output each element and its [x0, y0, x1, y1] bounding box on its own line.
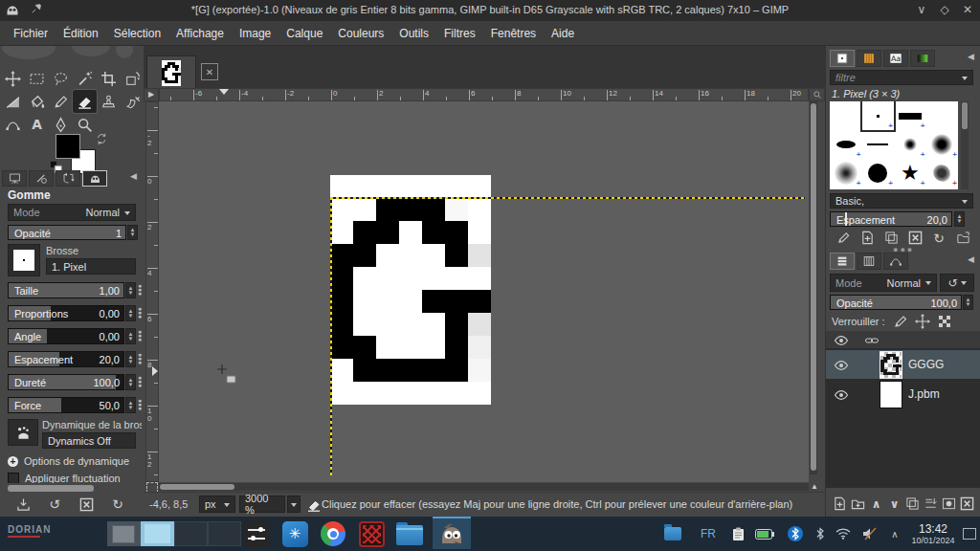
panel-collapse-icon[interactable]: ◀ [968, 52, 974, 61]
menu-affichage[interactable]: Affichage [168, 23, 232, 44]
canvas[interactable] [330, 175, 491, 405]
duplicate-layer-button[interactable] [904, 496, 921, 512]
tray-files-window[interactable] [660, 517, 685, 551]
slider-extra-icon[interactable]: ●●● [138, 376, 143, 388]
tool-slider-durete[interactable]: Dureté100,0 [8, 374, 124, 390]
merge-down-button[interactable] [923, 496, 939, 512]
tool-opacity-spinner[interactable]: ▲▼ [127, 225, 138, 240]
zoom-follow-icon[interactable] [809, 88, 825, 101]
slider-spinner[interactable]: ▲▼ [125, 328, 136, 344]
menu-image[interactable]: Image [232, 23, 278, 44]
slider-extra-icon[interactable]: ●●● [138, 353, 143, 365]
launcher-media[interactable] [354, 518, 389, 549]
tool-ink[interactable] [49, 113, 73, 136]
brush-group-select[interactable]: Basic, [830, 193, 973, 209]
layer-name[interactable]: GGGG [908, 358, 944, 371]
delete-layer-button[interactable] [959, 496, 975, 512]
brush-item-splat[interactable]: + [926, 159, 959, 187]
ruler-corner-menu[interactable]: ▶ [144, 88, 159, 101]
tool-move[interactable] [1, 67, 25, 90]
dock-tab-device-status[interactable] [29, 170, 54, 187]
layers-tab-paths[interactable] [883, 253, 908, 270]
launcher-files[interactable] [392, 518, 427, 549]
slider-spinner[interactable]: ▲▼ [125, 351, 136, 367]
navigation-icon[interactable]: ▲ [811, 482, 818, 491]
layer-thumbnail[interactable] [880, 351, 902, 379]
lower-layer-button[interactable]: ∨ [886, 496, 902, 512]
slider-spinner[interactable]: ▲▼ [125, 374, 136, 390]
tool-paths[interactable] [1, 113, 25, 136]
foreground-color-swatch[interactable] [56, 134, 80, 159]
save-preset-button[interactable] [11, 496, 34, 513]
dock-tab-tool-options[interactable] [2, 170, 27, 187]
launcher-gimp[interactable] [433, 517, 471, 549]
layer-thumbnail[interactable] [880, 381, 902, 408]
dynamics-select[interactable]: Dynamics Off [42, 432, 136, 449]
dynamics-options-expander[interactable]: +Options de dynamique [8, 455, 129, 467]
menu-selection[interactable]: Sélection [106, 23, 168, 44]
tool-slider-angle[interactable]: Angle0,00 [8, 328, 124, 344]
brush-item-soft-large[interactable]: + [926, 130, 959, 159]
menu-fichier[interactable]: Fichier [6, 23, 56, 44]
brush-item-line[interactable] [862, 130, 895, 159]
layer-row-jpbm[interactable]: J.pbm [826, 380, 980, 408]
tool-fuzzy-select[interactable] [73, 67, 97, 90]
image-tab[interactable] [146, 55, 196, 90]
tool-crop[interactable] [97, 67, 121, 90]
tool-zoom[interactable] [73, 113, 97, 136]
lock-alpha-icon[interactable] [937, 314, 951, 328]
tab-close-icon[interactable]: ✕ [201, 63, 218, 80]
tray-wifi[interactable] [831, 517, 856, 551]
tool-slider-force[interactable]: Force50,0 [8, 397, 124, 413]
canvas-hscrollbar[interactable] [159, 483, 809, 491]
tray-tray-expand[interactable]: ∧ [885, 517, 904, 551]
menu-fenetres[interactable]: Fenêtres [483, 23, 544, 44]
canvas-vscroll-thumb[interactable] [811, 103, 816, 471]
dock-tab-undo-history[interactable] [56, 170, 80, 187]
tool-options-scrollbar[interactable] [8, 485, 94, 492]
workspace-2[interactable] [141, 521, 174, 546]
tool-smudge[interactable] [121, 90, 145, 113]
canvas-viewport[interactable] [159, 101, 809, 482]
tray-battery[interactable] [752, 517, 777, 551]
slider-spinner[interactable]: ▲▼ [125, 305, 136, 321]
tool-transform[interactable] [121, 67, 145, 90]
close-button[interactable]: ✕ [961, 3, 974, 16]
brushes-tab-patterns[interactable] [857, 50, 881, 67]
tool-slider-proportions[interactable]: Proportions0,00 [8, 305, 124, 321]
duplicate-brush-button[interactable] [881, 230, 901, 246]
launcher-chrome[interactable] [316, 518, 350, 549]
brush-item-soft-small[interactable]: + [894, 130, 926, 159]
reset-preset-button[interactable]: ↻ [106, 496, 129, 513]
tool-free-select[interactable] [49, 67, 73, 90]
brush-grid[interactable]: +++++++★++ [830, 101, 958, 189]
brush-item-blank[interactable] [830, 101, 862, 130]
new-layer-button[interactable] [832, 496, 848, 512]
menu-couleurs[interactable]: Couleurs [330, 23, 391, 44]
slider-extra-icon[interactable]: ●●● [138, 307, 143, 320]
checkbox-icon[interactable] [8, 473, 19, 483]
slider-extra-icon[interactable]: ●●● [138, 330, 143, 342]
tray-clipboard[interactable] [725, 517, 750, 551]
new-group-button[interactable] [850, 496, 866, 512]
refresh-brushes-button[interactable]: ↻ [929, 230, 948, 246]
tool-slider-taille[interactable]: Taille1,00 [8, 282, 124, 298]
tool-gradient[interactable] [1, 90, 25, 113]
brush-item-ellipse[interactable]: + [830, 130, 862, 159]
workspace-3[interactable] [174, 521, 208, 546]
tool-paintbrush[interactable] [49, 90, 73, 113]
revert-preset-button[interactable]: ↺ [43, 496, 66, 513]
layer-mode-reset-button[interactable]: ↺ [940, 274, 974, 292]
tray-clock[interactable]: 13:4210/01/2024 [905, 517, 961, 551]
lock-brush-icon[interactable] [893, 314, 907, 328]
raise-layer-button[interactable]: ∧ [868, 496, 884, 512]
brush-item-star[interactable]: ★+ [894, 159, 926, 187]
layer-mode-select[interactable]: ModeNormal [830, 274, 937, 292]
slider-spinner[interactable]: ▲▼ [125, 397, 136, 413]
maximize-button[interactable]: ◇ [938, 3, 951, 16]
brushes-tab-brushes[interactable] [830, 50, 855, 67]
menu-edition[interactable]: Édition [56, 23, 106, 44]
brushes-tab-gradients[interactable] [910, 50, 935, 67]
delete-preset-button[interactable] [75, 496, 98, 513]
canvas-hscroll-thumb[interactable] [160, 484, 234, 490]
